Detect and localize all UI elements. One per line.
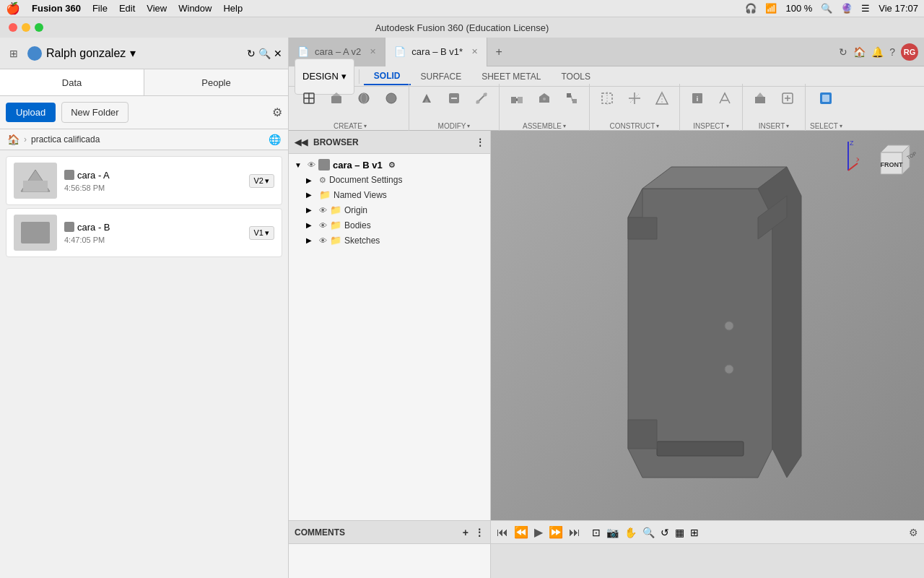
construct-tool-2[interactable] <box>622 87 648 110</box>
eye-bodies[interactable]: 👁 <box>319 221 327 230</box>
user-info[interactable]: Ralph gonzalez ▾ <box>27 46 241 61</box>
tree-item-sketches[interactable]: ▶ 👁 📁 Sketches <box>289 233 490 248</box>
create-tool-3[interactable] <box>351 87 377 110</box>
file-item-cara-b[interactable]: cara - B 4:47:05 PM V1 ▾ <box>6 208 282 257</box>
assemble-tool-2[interactable] <box>531 87 557 110</box>
create-tool-2[interactable] <box>323 87 349 110</box>
tab-data[interactable]: Data <box>0 69 144 95</box>
timeline-display-icon[interactable]: ⊞ <box>690 527 699 538</box>
insert-tool-1[interactable] <box>747 87 773 110</box>
doc-tab-cara-b[interactable]: 📄 cara – B v1* ✕ <box>385 38 487 66</box>
add-comment-icon[interactable]: + <box>463 527 468 538</box>
add-tab-button[interactable]: + <box>487 38 510 66</box>
timeline-last-btn[interactable]: ⏭ <box>569 526 580 539</box>
timeline-next-btn[interactable]: ⏩ <box>549 525 563 539</box>
notification-icon[interactable]: ☰ <box>861 3 870 14</box>
menu-help[interactable]: Help <box>223 3 243 14</box>
coordinate-indicator: Z X <box>837 138 859 177</box>
home-icon[interactable]: 🏠 <box>7 134 19 145</box>
notification-tab-icon[interactable]: 🔔 <box>871 46 884 58</box>
viewport-3d[interactable]: FRONT TOP Z X <box>491 131 924 520</box>
tab-people[interactable]: People <box>144 69 288 95</box>
arrow-sketches[interactable]: ▶ <box>306 236 316 244</box>
modify-tool-1[interactable] <box>414 87 440 110</box>
grid-icon[interactable]: ⊞ <box>6 46 22 61</box>
comments-panel: COMMENTS + ⋮ <box>289 521 491 578</box>
timeline-grid-icon[interactable]: ▦ <box>675 527 684 538</box>
user-avatar-tab[interactable]: RG <box>901 43 918 61</box>
insert-tool-2[interactable] <box>775 87 801 110</box>
browser-options[interactable]: ⋮ <box>476 137 484 147</box>
timeline-hand-icon[interactable]: ✋ <box>624 527 637 538</box>
timeline-prev-btn[interactable]: ⏪ <box>514 525 528 539</box>
maximize-button[interactable] <box>35 23 43 32</box>
tree-item-named-views[interactable]: ▶ 📁 Named Views <box>289 187 490 202</box>
arrow-named-views[interactable]: ▶ <box>306 191 316 199</box>
timeline-orbit-icon[interactable]: ↺ <box>661 527 669 538</box>
modify-tool-2[interactable] <box>441 87 467 110</box>
inspect-tool-1[interactable]: i <box>684 87 710 110</box>
search-icon[interactable]: 🔍 <box>258 48 271 59</box>
subtab-solid[interactable]: SOLID <box>364 68 411 85</box>
menu-edit[interactable]: Edit <box>119 3 135 14</box>
minimize-button[interactable] <box>22 23 30 32</box>
close-tab-cara-a[interactable]: ✕ <box>370 47 376 56</box>
timeline-zoom-icon[interactable]: 🔍 <box>642 527 655 538</box>
modify-tool-3[interactable] <box>468 87 494 110</box>
arrow-origin[interactable]: ▶ <box>306 206 316 214</box>
arrow-document-settings[interactable]: ▶ <box>306 176 316 184</box>
tree-root-item[interactable]: ▼ 👁 cara – B v1 ⚙ <box>289 157 490 173</box>
tree-item-origin[interactable]: ▶ 👁 📁 Origin <box>289 202 490 217</box>
collapse-browser-icon[interactable]: ◀◀ <box>295 137 308 147</box>
app-name[interactable]: Fusion 360 <box>32 3 81 14</box>
search-icon[interactable]: 🔍 <box>821 3 832 14</box>
version-badge-cara-a[interactable]: V2 ▾ <box>249 174 274 188</box>
arrow-bodies[interactable]: ▶ <box>306 221 316 229</box>
close-icon[interactable]: ✕ <box>274 48 282 59</box>
tree-item-bodies[interactable]: ▶ 👁 📁 Bodies <box>289 217 490 233</box>
file-item-cara-a[interactable]: cara - A 4:56:58 PM V2 ▾ <box>6 156 282 205</box>
assemble-tool-3[interactable] <box>559 87 585 110</box>
menu-window[interactable]: Window <box>178 3 212 14</box>
help-tab-icon[interactable]: ? <box>889 46 895 58</box>
select-tool-1[interactable] <box>813 87 839 110</box>
apple-menu[interactable]: 🍎 <box>6 1 20 15</box>
construct-tool-1[interactable] <box>594 87 620 110</box>
refresh-icon[interactable]: ↻ <box>247 48 256 59</box>
timeline-camera-icon[interactable]: 📷 <box>606 527 619 538</box>
create-tool-4[interactable] <box>378 87 404 110</box>
file-thumbnail-cara-a <box>14 163 57 199</box>
version-badge-cara-b[interactable]: V1 ▾ <box>249 226 274 240</box>
assemble-tool-1[interactable] <box>504 87 530 110</box>
settings-icon[interactable]: ⚙ <box>272 105 282 119</box>
siri-icon[interactable]: 🔮 <box>841 3 853 14</box>
subtab-tools[interactable]: TOOLS <box>551 69 600 85</box>
new-folder-button[interactable]: New Folder <box>61 102 128 123</box>
inspect-tool-2[interactable] <box>712 87 738 110</box>
eye-origin[interactable]: 👁 <box>319 206 327 215</box>
tree-collapse-root[interactable]: ▼ <box>295 161 305 169</box>
window-controls <box>9 23 43 32</box>
timeline-select-icon[interactable]: ⊡ <box>592 527 601 538</box>
menu-view[interactable]: View <box>147 3 167 14</box>
menu-file[interactable]: File <box>92 3 108 14</box>
tree-item-document-settings[interactable]: ▶ ⚙ Document Settings <box>289 173 490 187</box>
subtab-surface[interactable]: SURFACE <box>411 69 472 85</box>
eye-sketches[interactable]: 👁 <box>319 236 327 245</box>
upload-button[interactable]: Upload <box>6 103 56 122</box>
home-tab-icon[interactable]: 🏠 <box>853 46 866 58</box>
timeline-first-btn[interactable]: ⏮ <box>497 526 508 539</box>
refresh-tab-icon[interactable]: ↻ <box>839 46 847 58</box>
root-visibility-icon[interactable]: 👁 <box>308 160 315 169</box>
root-settings-icon[interactable]: ⚙ <box>388 160 396 170</box>
create-tool-1[interactable] <box>296 87 322 110</box>
close-tab-cara-b[interactable]: ✕ <box>471 47 478 56</box>
globe-icon[interactable]: 🌐 <box>269 134 281 145</box>
navigation-cube[interactable]: FRONT TOP <box>866 138 917 189</box>
timeline-settings-icon[interactable]: ⚙ <box>909 527 918 538</box>
subtab-sheet-metal[interactable]: SHEET METAL <box>471 69 551 85</box>
timeline-play-btn[interactable]: ▶ <box>534 525 543 539</box>
expand-comments-icon[interactable]: ⋮ <box>474 527 484 538</box>
close-button[interactable] <box>9 23 17 32</box>
construct-tool-3[interactable] <box>649 87 675 110</box>
